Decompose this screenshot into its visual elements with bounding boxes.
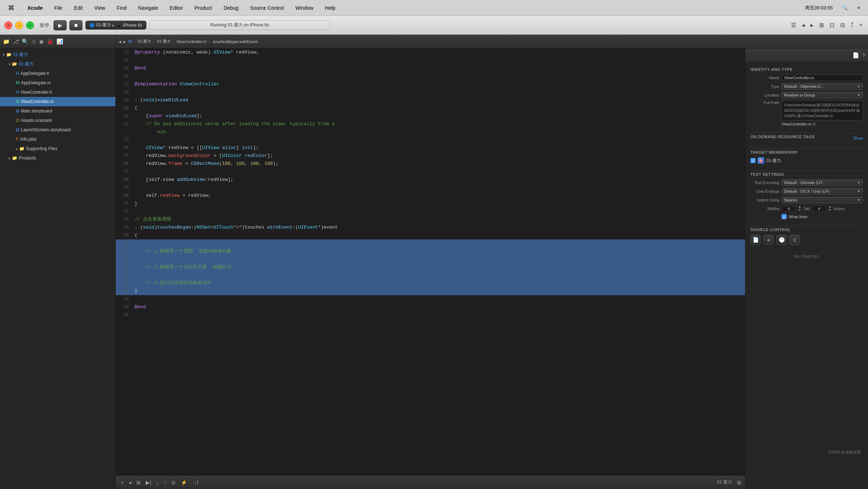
sc-clock-icon[interactable]: 🕐 [776, 235, 787, 245]
forward-icon[interactable]: ▸ [809, 21, 814, 30]
file-launchscreen[interactable]: ⊞ LaunchScreen.storyboard [0, 125, 115, 135]
layout-icon-3[interactable]: ⊟ [839, 21, 846, 30]
menu-edit[interactable]: Edit [72, 4, 85, 12]
tab-stepper-down[interactable]: ▼ [798, 209, 801, 212]
sc-file-icon[interactable]: 📄 [750, 235, 761, 245]
name-value[interactable]: ViewController.m [782, 75, 863, 81]
file-tree-root[interactable]: ▾ 📁 01-重力 [0, 50, 115, 59]
editor-container: ◂ ▸ M › 01-重力 › 01-重力 › ViewController.m… [116, 35, 868, 489]
report-nav-icon[interactable]: 📊 [56, 38, 63, 45]
layout-icon-2[interactable]: ⊡ [829, 21, 835, 30]
step-in-btn[interactable]: ↓ [155, 479, 160, 486]
scheme-device-selector[interactable]: 🔵 01-重力 ▸ 📱 iPhone 6s [85, 21, 146, 30]
menu-editor[interactable]: Editor [167, 4, 185, 12]
encoding-select[interactable]: Default - Unicode (UT... ▼ [782, 179, 863, 186]
minimize-button[interactable]: − [15, 21, 23, 29]
folder-supporting-files[interactable]: ▸ 📁 Supporting Files [0, 144, 115, 153]
code-editor[interactable]: 13 @property (nonatomic, weak) UIView* r… [116, 48, 745, 489]
add-icon[interactable]: + [858, 21, 864, 30]
back-icon[interactable]: ◂ [801, 21, 806, 30]
search-nav-icon[interactable]: 🔍 [22, 38, 29, 45]
wrap-label: Wrap lines [789, 214, 808, 219]
menu-view[interactable]: View [92, 4, 107, 12]
file-viewcontroller-h[interactable]: H ViewController.h [0, 88, 115, 97]
sc-branch-icon[interactable]: ⎈ [763, 235, 774, 245]
code-line-30: 30 self.redView = redView; [116, 192, 745, 200]
git-nav-icon[interactable]: ⎇ [13, 38, 19, 45]
copy-icon[interactable]: ⎘ [813, 122, 816, 126]
line-endings-select[interactable]: Default - OS X / Unix (LF) ▼ [782, 188, 863, 195]
breadcrumb-method[interactable]: -touchesBegan:withEvent: [212, 39, 258, 44]
close-button[interactable]: × [4, 21, 12, 29]
breadcrumb-viewcontroller-m[interactable]: ViewController.m [176, 39, 207, 44]
folder-products[interactable]: ▸ 📁 Products [0, 153, 115, 163]
nav-toggle-icon[interactable]: ☰ [790, 21, 797, 30]
debug-nav-icon[interactable]: 🐞 [47, 38, 54, 45]
menu-help[interactable]: Help [323, 4, 338, 12]
breadcrumb-01-heavy-2[interactable]: 01-重力 [157, 39, 171, 44]
simulate-btn[interactable]: →| [191, 479, 200, 486]
indent-stepper[interactable]: ▲ ▼ [829, 205, 831, 212]
exception-btn[interactable]: ⚡ [179, 479, 188, 486]
indent-width-input[interactable]: 4 [812, 205, 826, 212]
tab-width-input[interactable]: 4 [782, 205, 796, 212]
indent-stepper-down[interactable]: ▼ [829, 209, 831, 212]
type-select[interactable]: Default - Objective-C... ▼ [782, 83, 863, 90]
layout-icon-1[interactable]: ⊞ [818, 21, 825, 30]
sidebar-nav: 📁 ⎇ 🔍 ⚠ ◉ 🐞 📊 [0, 35, 115, 48]
file-assets[interactable]: ⊡ Assets.xcassets [0, 116, 115, 125]
menu-file[interactable]: File [52, 4, 65, 12]
menu-xcode[interactable]: Xcode [25, 4, 45, 12]
code-line-21: 21 [super viewDidLoad]; [116, 112, 745, 120]
group-01[interactable]: ▾ 📂 01-重力 [0, 59, 115, 69]
show-button[interactable]: Show [853, 136, 863, 140]
code-line-45: 45 [116, 311, 745, 319]
menu-source-control[interactable]: Source Control [248, 4, 286, 12]
tab-stepper[interactable]: ▲ ▼ [798, 205, 801, 212]
help-inspector-icon[interactable]: ? [862, 52, 865, 58]
location-select[interactable]: Relative to Group ▼ [782, 92, 863, 98]
file-info-plist[interactable]: P Info.plist [0, 135, 115, 144]
breakpoint-btn[interactable]: ⊘ [170, 479, 177, 486]
folder-nav-icon[interactable]: 📁 [3, 38, 10, 45]
step-out-btn[interactable]: ↑ [162, 479, 168, 486]
step-over-btn[interactable]: ▶| [144, 479, 153, 486]
file-appdelegate-h[interactable]: H AppDelegate.h [0, 69, 115, 78]
menu-bar: ⌘ Xcode File Edit View Find Navigate Edi… [0, 0, 868, 16]
sc-git-icon[interactable]: ⧖ [790, 235, 800, 245]
debug-back-btn[interactable]: ◂ [127, 479, 133, 486]
indent-using-select[interactable]: Spaces ▼ [782, 197, 863, 203]
search-icon[interactable]: 🔍 [840, 4, 850, 11]
notification-icon[interactable]: ≡ [855, 4, 862, 11]
menu-debug[interactable]: Debug [221, 4, 241, 12]
code-content[interactable]: 13 @property (nonatomic, weak) UIView* r… [116, 48, 745, 475]
file-appdelegate-m[interactable]: M AppDelegate.m [0, 78, 115, 88]
menu-window[interactable]: Window [293, 4, 316, 12]
run-button[interactable]: ▶ [54, 20, 67, 30]
maximize-button[interactable]: + [26, 21, 34, 29]
add-debug-btn[interactable]: + [119, 479, 125, 486]
file-inspector-icon[interactable]: 📄 [852, 52, 859, 59]
warning-nav-icon[interactable]: ⚠ [31, 38, 36, 45]
wrap-checkbox[interactable]: ✓ [782, 214, 787, 219]
menu-product[interactable]: Product [192, 4, 214, 12]
code-line-22: 22 // Do any additional setup after load… [116, 120, 745, 128]
target-checkbox[interactable]: ✓ [750, 158, 756, 163]
file-viewcontroller-m[interactable]: M ViewController.m [0, 97, 115, 106]
apple-menu[interactable]: ⌘ [6, 3, 17, 13]
test-nav-icon[interactable]: ◉ [39, 38, 44, 45]
location-row: Location Relative to Group ▼ [750, 92, 863, 98]
share-icon[interactable]: ⤴ [850, 21, 855, 30]
file-main-storyboard[interactable]: ⊞ Main.storyboard [0, 106, 115, 116]
menu-navigate[interactable]: Navigate [136, 4, 160, 12]
breadcrumb-01-heavy-1[interactable]: 01-重力 [138, 39, 152, 44]
debug-right-icon[interactable]: ⊞ [737, 480, 741, 485]
widths-label: Widths [750, 207, 779, 211]
right-panel: 📄 ? Identity and Type Name ViewControlle… [745, 48, 868, 489]
debug-layout-btn[interactable]: ⊞ [135, 479, 142, 486]
code-line-15: 15 @end [116, 64, 745, 72]
menu-find[interactable]: Find [115, 4, 129, 12]
nav-forward-btn[interactable]: ▸ [123, 39, 126, 44]
stop-button[interactable]: ■ [69, 20, 82, 30]
nav-back-btn[interactable]: ◂ [119, 39, 121, 44]
